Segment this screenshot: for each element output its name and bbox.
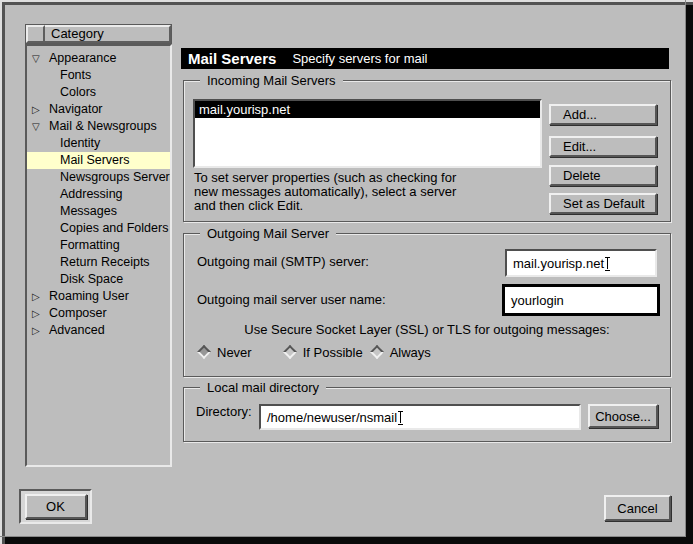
radio-unselected-icon[interactable] [283, 345, 297, 359]
sidebar-item-roaming-user[interactable]: ▷Roaming User [27, 288, 170, 305]
sidebar-item-label: Copies and Folders [60, 221, 168, 235]
chevron-down-icon[interactable]: ▽ [32, 50, 40, 67]
sidebar-item-return-receipts[interactable]: Return Receipts [27, 254, 170, 271]
default-button-ring: OK [19, 489, 92, 524]
preferences-dialog: { "header": { "title": "Mail Servers", "… [0, 0, 693, 544]
page-subtitle: Specify servers for mail [292, 51, 427, 66]
sidebar-item-label: Appearance [49, 51, 116, 65]
ssl-radio-label: Never [217, 345, 252, 360]
window-inner-line-bottom [0, 536, 686, 537]
choose-button[interactable]: Choose... [588, 404, 658, 428]
sidebar-item-addressing[interactable]: Addressing [27, 186, 170, 203]
ssl-radio-label: If Possible [303, 345, 363, 360]
text-cursor-icon [398, 410, 403, 424]
sidebar-item-appearance[interactable]: ▽Appearance [27, 50, 170, 67]
radio-selected-icon[interactable] [197, 345, 211, 359]
sidebar-item-label: Formatting [60, 238, 120, 252]
add-button[interactable]: Add... [549, 104, 657, 125]
chevron-right-icon[interactable]: ▷ [32, 322, 40, 339]
sidebar-item-label: Addressing [60, 187, 123, 201]
sidebar-item-newsgroups-servers[interactable]: Newsgroups Servers [27, 169, 170, 186]
chevron-down-icon[interactable]: ▽ [32, 118, 40, 135]
sidebar-item-messages[interactable]: Messages [27, 203, 170, 220]
incoming-button-column: Add...Edit...DeleteSet as Default [549, 104, 657, 214]
sidebar-item-identity[interactable]: Identity [27, 135, 170, 152]
smtp-user-value: yourlogin [511, 293, 564, 308]
ssl-radio-label: Always [390, 345, 431, 360]
sidebar-item-label: Return Receipts [60, 255, 150, 269]
sidebar-item-copies-and-folders[interactable]: Copies and Folders [27, 220, 170, 237]
page-title-bar: Mail Servers Specify servers for mail [181, 48, 669, 69]
chevron-right-icon[interactable]: ▷ [32, 288, 40, 305]
radio-unselected-icon[interactable] [370, 345, 384, 359]
category-header-spacer [26, 25, 45, 43]
ssl-radio-group: NeverIf PossibleAlways [197, 343, 431, 361]
sidebar-item-formatting[interactable]: Formatting [27, 237, 170, 254]
incoming-help-line: To set server properties (such as checki… [194, 171, 456, 185]
sidebar-item-label: Composer [49, 306, 107, 320]
directory-value: /home/newuser/nsmail [267, 410, 397, 425]
category-header: Category [25, 24, 172, 44]
sidebar-item-label: Mail & Newsgroups [49, 119, 157, 133]
server-list-item[interactable]: mail.yourisp.net [195, 101, 540, 118]
smtp-user-input[interactable]: yourlogin [502, 284, 660, 316]
ssl-tls-label: Use Secure Socket Layer (SSL) or TLS for… [184, 322, 670, 337]
cancel-button[interactable]: Cancel [604, 495, 671, 521]
chevron-right-icon[interactable]: ▷ [32, 101, 40, 118]
ssl-radio-never[interactable]: Never [197, 345, 252, 360]
ok-button[interactable]: OK [25, 494, 87, 519]
chevron-right-icon[interactable]: ▷ [32, 305, 40, 322]
incoming-mail-servers-group: Incoming Mail Servers mail.yourisp.net T… [183, 80, 671, 222]
directory-input[interactable]: /home/newuser/nsmail [259, 404, 581, 430]
edit-button[interactable]: Edit... [549, 136, 657, 157]
local-mail-directory-group: Local mail directory Directory: /home/ne… [183, 387, 671, 442]
smtp-user-label: Outgoing mail server user name: [197, 292, 386, 307]
delete-button[interactable]: Delete [549, 165, 657, 186]
sidebar-item-label: Newsgroups Servers [60, 170, 170, 184]
directory-label: Directory: [196, 404, 252, 419]
sidebar-item-colors[interactable]: Colors [27, 84, 170, 101]
sidebar-item-label: Colors [60, 85, 96, 99]
category-header-label: Category [45, 25, 171, 43]
sidebar-item-advanced[interactable]: ▷Advanced [27, 322, 170, 339]
sidebar-item-label: Mail Servers [60, 153, 129, 167]
text-cursor-icon [605, 256, 610, 270]
sidebar-item-fonts[interactable]: Fonts [27, 67, 170, 84]
sidebar-item-disk-space[interactable]: Disk Space [27, 271, 170, 288]
incoming-group-legend: Incoming Mail Servers [200, 73, 343, 88]
set-as-default-button[interactable]: Set as Default [549, 193, 657, 214]
smtp-server-value: mail.yourisp.net [513, 256, 604, 271]
sidebar-item-mail-newsgroups[interactable]: ▽Mail & Newsgroups [27, 118, 170, 135]
local-group-legend: Local mail directory [200, 380, 326, 395]
sidebar-item-label: Messages [60, 204, 117, 218]
smtp-server-input[interactable]: mail.yourisp.net [505, 249, 657, 277]
sidebar-item-mail-servers[interactable]: Mail Servers [27, 152, 170, 169]
outgoing-group-legend: Outgoing Mail Server [200, 226, 336, 241]
incoming-help-line: and then click Edit. [194, 199, 456, 213]
smtp-server-label: Outgoing mail (SMTP) server: [197, 254, 369, 269]
sidebar-item-label: Navigator [49, 102, 103, 116]
ssl-radio-if-possible[interactable]: If Possible [283, 345, 363, 360]
ssl-radio-always[interactable]: Always [370, 345, 431, 360]
incoming-help-text: To set server properties (such as checki… [194, 171, 456, 213]
sidebar-item-composer[interactable]: ▷Composer [27, 305, 170, 322]
category-tree[interactable]: ▽AppearanceFontsColors▷Navigator▽Mail & … [25, 44, 172, 467]
window-inner-line-right [685, 0, 686, 537]
sidebar-item-label: Identity [60, 136, 100, 150]
sidebar-item-label: Disk Space [60, 272, 123, 286]
page-title: Mail Servers [188, 50, 276, 67]
incoming-help-line: new messages automatically), select a se… [194, 185, 456, 199]
sidebar-item-label: Fonts [60, 68, 91, 82]
outgoing-mail-server-group: Outgoing Mail Server Outgoing mail (SMTP… [183, 233, 671, 377]
sidebar-item-label: Advanced [49, 323, 105, 337]
sidebar-item-navigator[interactable]: ▷Navigator [27, 101, 170, 118]
incoming-servers-listbox[interactable]: mail.yourisp.net [193, 99, 542, 168]
sidebar-item-label: Roaming User [49, 289, 129, 303]
